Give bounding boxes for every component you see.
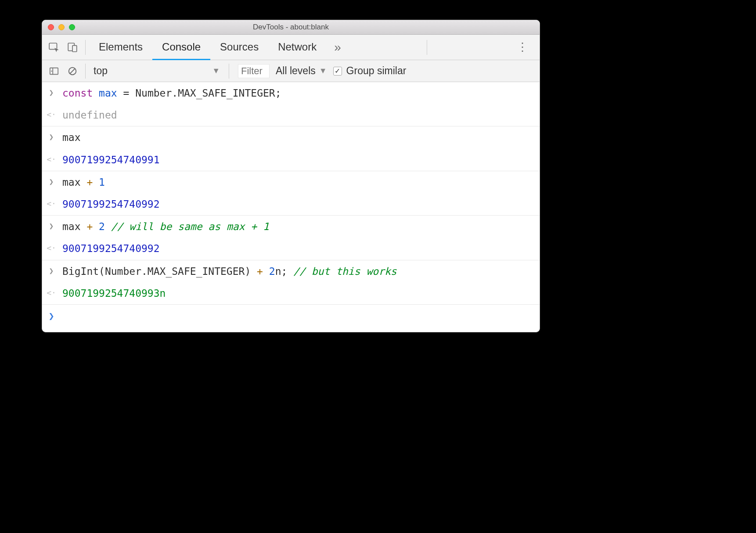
console-entry: ❯ max + 1 <· 9007199254740992 <box>42 171 540 216</box>
console-toolbar: top ▼ All levels ▼ ✓ Group similar <box>42 60 540 82</box>
svg-rect-2 <box>72 45 77 51</box>
tab-console[interactable]: Console <box>152 35 210 60</box>
output-chevron-icon: <· <box>47 286 56 298</box>
device-toolbar-icon[interactable] <box>63 38 82 57</box>
tab-network[interactable]: Network <box>268 35 326 60</box>
console-output-row: <· 9007199254740992 <box>42 238 540 259</box>
devtools-window: DevTools - about:blank Elements Console … <box>42 20 540 332</box>
log-levels-selector[interactable]: All levels ▼ <box>276 65 327 77</box>
console-output: ❯ const max = Number.MAX_SAFE_INTEGER; <… <box>42 82 540 332</box>
levels-label: All levels <box>276 65 316 77</box>
console-code: BigInt(Number.MAX_SAFE_INTEGER) + 2n; //… <box>62 264 397 278</box>
console-input-row[interactable]: ❯ const max = Number.MAX_SAFE_INTEGER; <box>42 82 540 104</box>
console-result: 9007199254740992 <box>62 197 160 211</box>
input-chevron-icon: ❯ <box>47 130 56 142</box>
separator <box>427 40 427 55</box>
console-entry: ❯ max <· 9007199254740991 <box>42 126 540 171</box>
chevron-down-icon: ▼ <box>319 66 327 76</box>
prompt-chevron-icon: ❯ <box>47 309 56 323</box>
group-similar-label: Group similar <box>346 65 407 77</box>
devtools-tabbar: Elements Console Sources Network » ⋮ <box>42 35 540 60</box>
output-chevron-icon: <· <box>47 197 56 209</box>
clear-console-icon[interactable] <box>63 62 82 80</box>
console-code: max <box>62 130 81 144</box>
group-similar-checkbox[interactable]: ✓ <box>333 67 342 76</box>
console-output-row: <· 9007199254740991 <box>42 149 540 171</box>
output-chevron-icon: <· <box>47 108 56 120</box>
inspect-element-icon[interactable] <box>45 38 63 57</box>
output-chevron-icon: <· <box>47 241 56 253</box>
separator <box>229 64 229 79</box>
console-result: 9007199254740991 <box>62 153 160 167</box>
console-input-row[interactable]: ❯ max <box>42 126 540 148</box>
close-icon[interactable] <box>48 24 54 30</box>
context-selector[interactable]: top ▼ <box>94 65 225 77</box>
console-output-row: <· 9007199254740992 <box>42 193 540 215</box>
console-result: undefined <box>62 108 117 122</box>
input-chevron-icon: ❯ <box>47 220 56 231</box>
console-result: 9007199254740993n <box>62 286 166 300</box>
chevron-down-icon: ▼ <box>212 66 220 76</box>
minimize-icon[interactable] <box>58 24 65 30</box>
more-tabs-icon[interactable]: » <box>326 40 349 54</box>
console-result: 9007199254740992 <box>62 241 160 256</box>
sidebar-toggle-icon[interactable] <box>45 62 63 80</box>
separator <box>85 40 86 55</box>
input-chevron-icon: ❯ <box>47 175 56 187</box>
kebab-menu-icon[interactable]: ⋮ <box>509 40 537 54</box>
console-input-row[interactable]: ❯ BigInt(Number.MAX_SAFE_INTEGER) + 2n; … <box>42 260 540 282</box>
output-chevron-icon: <· <box>47 153 56 165</box>
input-chevron-icon: ❯ <box>47 264 56 276</box>
svg-rect-0 <box>49 43 57 49</box>
panel-tabs: Elements Console Sources Network <box>89 35 326 60</box>
zoom-icon[interactable] <box>69 24 75 30</box>
console-entry: ❯ BigInt(Number.MAX_SAFE_INTEGER) + 2n; … <box>42 260 540 305</box>
separator <box>85 64 86 79</box>
console-entry: ❯ max + 2 // will be same as max + 1 <· … <box>42 216 540 260</box>
console-output-row: <· 9007199254740993n <box>42 282 540 304</box>
console-entry: ❯ const max = Number.MAX_SAFE_INTEGER; <… <box>42 82 540 126</box>
filter-input[interactable] <box>238 64 270 78</box>
titlebar: DevTools - about:blank <box>42 20 540 35</box>
console-input-row[interactable]: ❯ max + 2 // will be same as max + 1 <box>42 216 540 238</box>
tab-elements[interactable]: Elements <box>89 35 152 60</box>
console-output-row: <· undefined <box>42 104 540 126</box>
input-chevron-icon: ❯ <box>47 86 56 98</box>
console-code: const max = Number.MAX_SAFE_INTEGER; <box>62 86 281 100</box>
console-input-row[interactable]: ❯ max + 1 <box>42 171 540 193</box>
console-code: max + 1 <box>62 175 105 189</box>
window-controls <box>42 24 75 30</box>
console-code: max + 2 // will be same as max + 1 <box>62 220 269 234</box>
console-prompt-row[interactable]: ❯ <box>42 305 540 332</box>
context-label: top <box>94 65 108 77</box>
tab-sources[interactable]: Sources <box>210 35 268 60</box>
window-title: DevTools - about:blank <box>42 23 540 32</box>
